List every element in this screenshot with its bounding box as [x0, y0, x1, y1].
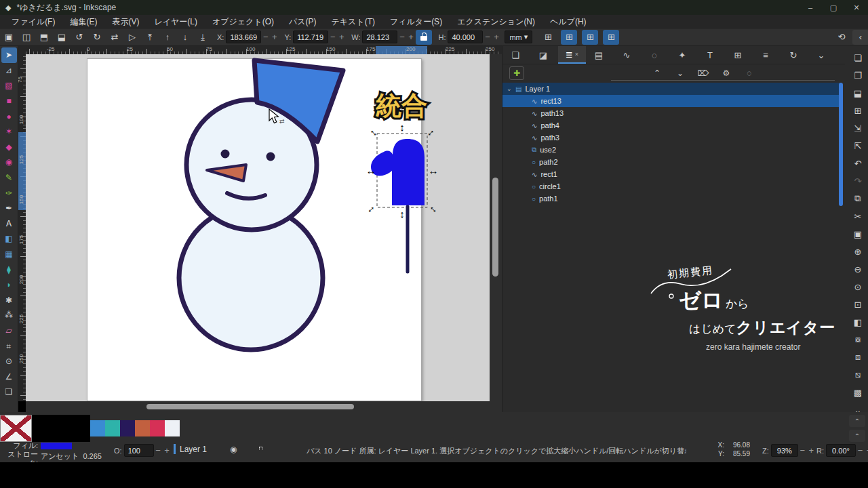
- command-button[interactable]: ⊙: [849, 278, 867, 296]
- command-button[interactable]: ▩: [849, 384, 867, 401]
- handle-s[interactable]: ↕: [399, 208, 405, 220]
- dialog-tab[interactable]: ❏: [502, 46, 530, 64]
- palette-swatch[interactable]: [61, 415, 90, 442]
- option-button[interactable]: ⬒: [36, 30, 52, 45]
- h-plus-button[interactable]: +: [492, 32, 500, 42]
- stroke-width-value[interactable]: 0.265: [83, 452, 102, 460]
- option-button[interactable]: ↓: [177, 30, 193, 45]
- tool-button[interactable]: ◧: [1, 231, 17, 247]
- tool-button[interactable]: ✶: [1, 124, 17, 140]
- tool-button[interactable]: ●: [1, 108, 17, 124]
- snowman-right-eye[interactable]: [267, 152, 275, 161]
- menu-item[interactable]: フィルター(S): [382, 15, 450, 28]
- dialog-tab[interactable]: ≡: [753, 46, 781, 64]
- expander-chevron-icon[interactable]: ⌄: [507, 85, 512, 92]
- command-button[interactable]: ⧉: [849, 190, 867, 207]
- command-button[interactable]: ⊖: [849, 260, 867, 278]
- y-plus-button[interactable]: +: [337, 32, 346, 42]
- opacity-minus-button[interactable]: −: [154, 445, 163, 455]
- horizontal-scrollbar[interactable]: [26, 401, 502, 412]
- tool-button[interactable]: ⧫: [1, 262, 17, 277]
- snowman-left-eye[interactable]: [221, 150, 230, 159]
- tool-button[interactable]: ▦: [1, 247, 17, 262]
- search-objects-button[interactable]: ◌: [742, 66, 757, 80]
- palette-swatch[interactable]: [105, 420, 120, 436]
- menu-item[interactable]: エクステンション(N): [450, 15, 542, 28]
- option-button[interactable]: ◫: [18, 30, 35, 45]
- dialog-tab[interactable]: ↻: [781, 46, 808, 64]
- tool-button[interactable]: ✎: [1, 170, 17, 186]
- objects-panel-scrollbar[interactable]: [839, 83, 843, 206]
- command-button[interactable]: ⧈: [849, 348, 867, 366]
- tool-button[interactable]: ⊙: [1, 354, 17, 369]
- maximize-button[interactable]: ▢: [822, 0, 845, 15]
- dialog-tab[interactable]: ≣×: [558, 46, 586, 64]
- option-button[interactable]: ⬓: [54, 30, 70, 45]
- fill-color-indicator[interactable]: [41, 443, 72, 449]
- menu-item[interactable]: オブジェクト(O): [205, 15, 281, 28]
- handle-se[interactable]: ↔: [427, 201, 443, 216]
- menu-item[interactable]: レイヤー(L): [146, 15, 205, 28]
- dialog-tab[interactable]: ◪: [530, 46, 558, 64]
- handle-nw[interactable]: ↔: [368, 124, 383, 140]
- rotation-input[interactable]: 0.00°: [826, 444, 856, 457]
- object-row[interactable]: ○ circle1: [502, 180, 840, 192]
- palette-swatch[interactable]: [135, 420, 150, 436]
- handle-w[interactable]: ↔: [366, 165, 376, 176]
- dialog-tab[interactable]: ▤: [586, 46, 614, 64]
- dialog-tab[interactable]: ⌄: [808, 46, 836, 64]
- command-button[interactable]: ▣: [849, 225, 867, 243]
- command-button[interactable]: ⊡: [849, 296, 867, 313]
- tool-button[interactable]: ▱: [1, 323, 17, 339]
- tool-button[interactable]: ⁂: [1, 308, 17, 323]
- x-plus-button[interactable]: +: [270, 32, 279, 42]
- object-row[interactable]: ∿ path3: [502, 131, 840, 144]
- width-input[interactable]: 28.123: [362, 30, 397, 43]
- handle-n[interactable]: ↕: [399, 121, 405, 133]
- tool-button[interactable]: ◆: [1, 140, 17, 155]
- tool-button[interactable]: ✒: [1, 201, 17, 216]
- menu-item[interactable]: 表示(V): [104, 15, 146, 28]
- move-down-button[interactable]: ⌄: [673, 66, 688, 80]
- menu-item[interactable]: テキスト(T): [324, 15, 382, 28]
- command-button[interactable]: ❏: [849, 49, 867, 66]
- command-button[interactable]: ⊕: [849, 243, 867, 260]
- horizontal-scrollbar-thumb[interactable]: [146, 404, 354, 409]
- palette-swatch[interactable]: [0, 415, 32, 442]
- menu-item[interactable]: 編集(E): [62, 15, 104, 28]
- command-button[interactable]: ⧇: [849, 331, 867, 348]
- dialog-tab[interactable]: T: [697, 46, 725, 64]
- tool-button[interactable]: ◉: [1, 155, 17, 170]
- current-layer-name[interactable]: Layer 1: [180, 445, 207, 454]
- palette-swatch[interactable]: [120, 420, 135, 436]
- option-button[interactable]: ⤒: [142, 30, 158, 45]
- delete-object-button[interactable]: ⌦: [696, 66, 711, 80]
- tool-button[interactable]: ▧: [1, 78, 17, 94]
- w-plus-button[interactable]: +: [406, 32, 415, 42]
- palette-swatch[interactable]: [165, 420, 180, 436]
- zoom-input[interactable]: 93%: [771, 444, 798, 457]
- lock-ratio-toggle[interactable]: [416, 30, 432, 45]
- dialog-tab[interactable]: ⊞: [725, 46, 753, 64]
- scale-option-toggle[interactable]: ⊞: [540, 30, 556, 45]
- mitten-shape[interactable]: [371, 139, 425, 205]
- command-button[interactable]: ◧: [849, 313, 867, 331]
- tool-button[interactable]: ⌗: [1, 338, 17, 354]
- scale-option-toggle[interactable]: ⊞: [561, 30, 577, 45]
- handle-e[interactable]: ↔: [429, 165, 439, 176]
- palette-swatch[interactable]: [32, 415, 61, 442]
- tool-button[interactable]: ✑: [1, 185, 17, 201]
- move-up-button[interactable]: ⌃: [650, 66, 665, 80]
- canvas[interactable]: 統合 ↔ ↕ ↔ ↔ ↔ ↔ ↕ ↔ ⇄: [26, 54, 490, 401]
- command-button[interactable]: ⇲: [849, 119, 867, 137]
- close-button[interactable]: ✕: [845, 0, 868, 15]
- horizontal-ruler[interactable]: -250255075100125150175200225250: [26, 46, 502, 54]
- object-row[interactable]: ∿ path4: [502, 119, 840, 131]
- rotation-minus-button[interactable]: −: [856, 445, 865, 455]
- h-minus-button[interactable]: −: [483, 32, 492, 42]
- vertical-scrollbar-thumb[interactable]: [492, 178, 498, 277]
- command-button[interactable]: ✂: [849, 207, 867, 225]
- tool-button[interactable]: ⊿: [1, 63, 17, 79]
- reset-rotation-button[interactable]: ⟲: [833, 30, 850, 45]
- palette-swatch[interactable]: [90, 420, 105, 436]
